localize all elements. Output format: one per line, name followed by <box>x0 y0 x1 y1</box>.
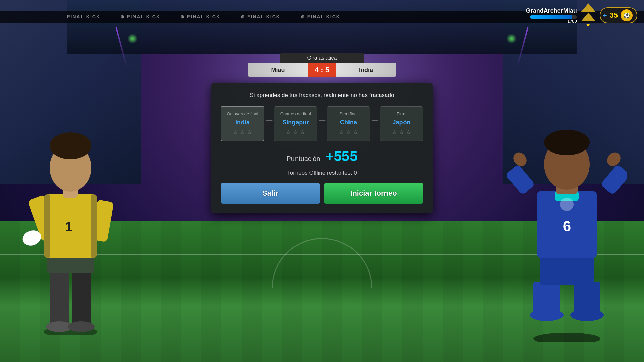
svg-point-27 <box>544 130 590 155</box>
motivational-quote: Si aprendes de tus fracasos, realmente n… <box>221 91 423 99</box>
star-1: ☆ <box>286 129 291 136</box>
stage-card-octavos[interactable]: Octavos de final India ☆ ☆ ☆ <box>221 106 264 141</box>
arrow-3: — <box>370 116 380 124</box>
svg-text:1: 1 <box>65 219 72 234</box>
star-2: ☆ <box>293 129 298 136</box>
arrow-2: — <box>317 116 327 124</box>
score-row: Miau 4 : 5 India <box>248 63 396 77</box>
banner-text-2: ⊕ FINAL KICK <box>120 14 160 19</box>
top-hud: GrandArcherMiau 1780 ★ + 35 ⚽ <box>526 3 637 27</box>
score-section: Puntuación +555 <box>221 148 423 164</box>
banner-text-4: ⊕ FINAL KICK <box>240 14 280 19</box>
stage-team-octavos: India <box>225 119 260 126</box>
start-tournament-button[interactable]: Iniciar torneo <box>324 183 423 204</box>
banner-text-1: FINAL KICK <box>67 14 100 19</box>
svg-rect-29 <box>600 164 627 195</box>
score-display: 4 : 5 <box>308 63 336 77</box>
star-2: ☆ <box>240 129 245 136</box>
stage-label-cuartos: Cuartos de final <box>277 111 314 116</box>
stage-team-semifinal: China <box>330 119 367 126</box>
stage-team-cuartos: Singapur <box>277 119 314 126</box>
xp-bar <box>530 15 572 19</box>
svg-text:6: 6 <box>563 218 571 234</box>
xp-bar-container <box>530 15 577 19</box>
exit-button[interactable]: Salir <box>221 183 320 204</box>
banner-text-5: ⊕ FINAL KICK <box>301 14 340 19</box>
svg-point-30 <box>511 150 529 169</box>
star-1: ☆ <box>392 129 397 136</box>
star-1: ☆ <box>233 129 238 136</box>
player-blue: 6 <box>506 94 627 342</box>
team-left: Miau <box>248 64 308 76</box>
stage-team-final: Japón <box>383 119 420 126</box>
stage-label-final: Final <box>383 111 420 116</box>
coin-amount: 35 <box>610 11 618 20</box>
result-dialog: Si aprendes de tus fracasos, realmente n… <box>211 83 433 213</box>
add-coins-icon[interactable]: + <box>603 12 607 19</box>
score-bar: Gira asiática Miau 4 : 5 India <box>248 53 396 77</box>
banner-text-3: ⊕ FINAL KICK <box>180 14 220 19</box>
light-left <box>127 34 138 44</box>
star-2: ☆ <box>399 129 404 136</box>
player-name: GrandArcherMiau <box>526 7 577 14</box>
xp-value: 1780 <box>567 19 577 24</box>
svg-point-20 <box>570 309 604 321</box>
puntuacion-label: Puntuación <box>286 155 320 162</box>
svg-point-16 <box>533 333 600 342</box>
svg-rect-1 <box>50 268 69 328</box>
player-goalkeeper: 1 <box>17 94 124 335</box>
buttons-row: Salir Iniciar torneo <box>221 183 423 204</box>
svg-point-4 <box>68 321 95 332</box>
light-right <box>506 34 517 44</box>
star-3: ☆ <box>353 129 358 136</box>
svg-rect-2 <box>72 268 91 328</box>
stage-card-cuartos[interactable]: Cuartos de final Singapur ☆ ☆ ☆ <box>274 106 317 141</box>
star-3: ☆ <box>247 129 252 136</box>
svg-rect-14 <box>44 194 50 258</box>
player-info: GrandArcherMiau 1780 <box>526 7 577 24</box>
star-2: ☆ <box>346 129 351 136</box>
svg-rect-21 <box>540 255 594 285</box>
svg-point-31 <box>604 150 623 169</box>
stage-label-octavos: Octavos de final <box>225 111 260 116</box>
rank-star: ★ <box>586 22 590 27</box>
star-1: ☆ <box>339 129 344 136</box>
star-3: ☆ <box>406 129 411 136</box>
coin-icon: ⚽ <box>621 9 633 21</box>
arrow-1: — <box>264 116 274 124</box>
svg-point-32 <box>560 198 574 211</box>
tour-label: Gira asiática <box>280 53 364 63</box>
rank-chevron-top <box>581 3 596 12</box>
crowd-top <box>67 0 577 54</box>
stage-stars-octavos: ☆ ☆ ☆ <box>225 129 260 136</box>
stage-stars-semifinal: ☆ ☆ ☆ <box>330 129 367 136</box>
svg-rect-15 <box>91 194 97 258</box>
team-right: India <box>336 64 396 76</box>
stage-card-semifinal[interactable]: Semifinal China ☆ ☆ ☆ <box>327 106 370 141</box>
svg-point-10 <box>50 132 91 159</box>
rank-section: ★ <box>581 3 596 27</box>
stages-row: Octavos de final India ☆ ☆ ☆ — Cuartos d… <box>221 106 423 141</box>
torneos-offline-label: Torneos Offline restantes: 0 <box>221 170 423 176</box>
stage-card-final[interactable]: Final Japón ☆ ☆ ☆ <box>380 106 423 141</box>
rank-chevron-bottom <box>581 13 596 21</box>
stage-label-semifinal: Semifinal <box>330 111 367 116</box>
star-3: ☆ <box>300 129 305 136</box>
puntuacion-value: +555 <box>326 148 358 164</box>
coin-container[interactable]: + 35 ⚽ <box>600 7 637 23</box>
svg-rect-28 <box>506 164 535 195</box>
stage-stars-cuartos: ☆ ☆ ☆ <box>277 129 314 136</box>
svg-point-19 <box>530 309 564 321</box>
stage-stars-final: ☆ ☆ ☆ <box>383 129 420 136</box>
